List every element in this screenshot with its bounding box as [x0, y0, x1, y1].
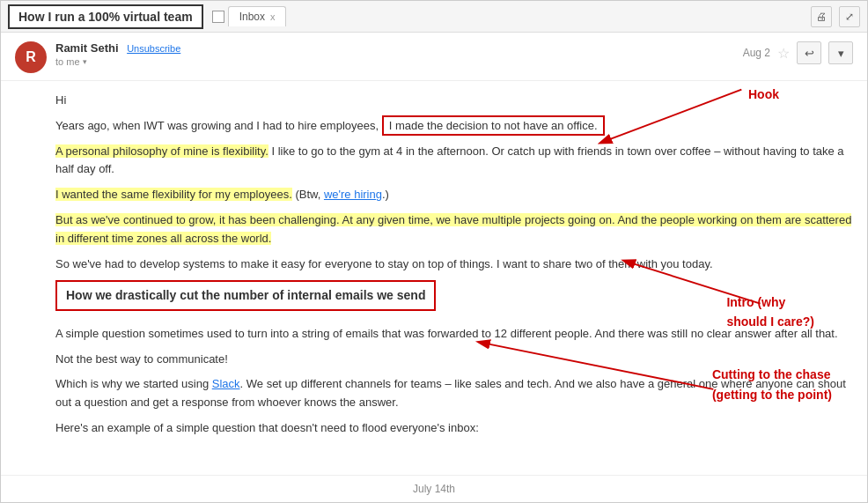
email-header-right: Aug 2 ☆ ↩ ▾ [743, 41, 853, 64]
chase-annotation: Cutting to the chase (getting to the poi… [712, 365, 832, 404]
window-title: How I run a 100% virtual team [8, 4, 203, 29]
more-actions-button[interactable]: ▾ [828, 41, 853, 64]
email-date: Aug 2 [743, 47, 770, 59]
hook-annotation: Hook [748, 85, 779, 104]
tab-checkbox[interactable] [212, 11, 224, 23]
para4-highlight: But as we've continued to grow, it has b… [55, 213, 851, 245]
para5: So we've had to develop systems to make … [55, 255, 853, 274]
sender-name: Ramit Sethi [55, 41, 119, 55]
tab-bar: Inbox x [212, 6, 287, 26]
print-button[interactable]: 🖨 [811, 6, 832, 27]
unsubscribe-link[interactable]: Unsubscribe [127, 43, 180, 54]
sender-avatar: R [15, 41, 47, 73]
sender-info: Ramit Sethi Unsubscribe to me ▾ [55, 41, 743, 67]
para1: Years ago, when IWT was growing and I ha… [55, 117, 853, 136]
title-bar: How I run a 100% virtual team Inbox x 🖨 … [1, 1, 867, 33]
recipient-row: to me ▾ [55, 56, 743, 67]
hiring-link[interactable]: we're hiring [324, 188, 382, 201]
expand-button[interactable]: ⤢ [839, 6, 860, 27]
tab-label: Inbox [239, 11, 265, 23]
email-footer: July 14th [1, 475, 867, 502]
footer-date: July 14th [413, 483, 455, 495]
hook-text-box: I made the decision to not have an offic… [382, 115, 605, 136]
annotations-overlay [1, 81, 867, 475]
intro-annotation: Intro (why should I care?) [726, 292, 814, 332]
title-bar-actions: 🖨 ⤢ [811, 6, 860, 27]
greeting: Hi [55, 92, 853, 110]
email-body: Hi Years ago, when IWT was growing and I… [1, 81, 867, 475]
para2-highlight: A personal philosophy of mine is flexibi… [55, 144, 268, 158]
recipient-dropdown[interactable]: ▾ [83, 57, 87, 66]
tab-close-btn[interactable]: x [270, 11, 276, 22]
para3: I wanted the same flexibility for my emp… [55, 186, 853, 204]
para4: But as we've continued to grow, it has b… [55, 211, 853, 248]
email-header: R Ramit Sethi Unsubscribe to me ▾ Aug 2 … [1, 33, 867, 81]
star-button[interactable]: ☆ [777, 45, 790, 62]
sender-name-row: Ramit Sethi Unsubscribe [55, 41, 743, 55]
reply-button[interactable]: ↩ [797, 41, 821, 64]
para2: A personal philosophy of mine is flexibi… [55, 143, 853, 180]
para9: Here's an example of a simple question t… [55, 419, 853, 438]
para3-highlight: I wanted the same flexibility for my emp… [55, 188, 292, 201]
slack-link[interactable]: Slack [212, 377, 240, 390]
section-header: How we drastically cut the number of int… [55, 280, 436, 310]
inbox-tab[interactable]: Inbox x [228, 6, 287, 26]
email-window: How I run a 100% virtual team Inbox x 🖨 … [0, 0, 868, 503]
to-me-label: to me [55, 56, 80, 67]
